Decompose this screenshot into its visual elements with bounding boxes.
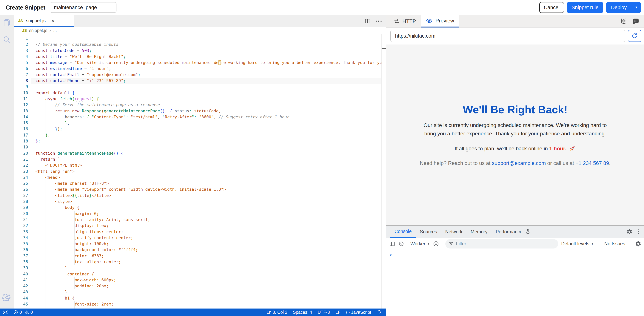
cancel-button[interactable]: Cancel [539,2,564,13]
code-line: 35 height: 100vh; [14,241,386,247]
code-line: 45 font-size: 2rem; [14,301,386,307]
files-icon[interactable] [2,18,11,27]
js-file-icon: JS [22,28,27,33]
maintenance-page: We'll Be Right Back! Our site is current… [399,103,631,167]
indentation[interactable]: Spaces: 4 [293,310,312,315]
split-editor-icon[interactable] [364,18,371,24]
phone-link[interactable]: +1 234 567 89 [576,160,609,166]
preview-contact-line: Need help? Reach out to us at support@ex… [399,159,631,167]
encoding[interactable]: UTF-8 [318,310,330,315]
console-output[interactable]: > [386,250,644,316]
devtools-tab-sources[interactable]: Sources [416,226,441,238]
code-line: 18}; [14,138,386,144]
live-expression-eye-icon[interactable] [433,241,439,247]
console-settings-icon[interactable] [635,241,642,247]
code-editor[interactable]: 12// Define your customizable inputs3con… [14,34,386,308]
devtools-tab-network[interactable]: Network [441,226,466,238]
preview-url-input[interactable] [390,30,625,42]
breadcrumb[interactable]: JS snippet.js › ... [14,27,386,34]
preview-heading: We'll Be Right Back! [399,103,631,117]
console-toolbar: Worker ▼ Filter Default levels ▼ No Issu… [386,238,644,250]
status-bar: 0 0 Ln 8, Col 2 Spaces: 4 UTF-8 LF { }Ja… [0,308,386,316]
search-icon[interactable] [2,35,11,44]
js-file-icon: JS [18,19,23,23]
console-context-select[interactable]: Worker ▼ [410,241,430,246]
language-mode[interactable]: { }JavaScript [346,310,371,315]
settings-gear-icon[interactable] [2,293,11,302]
code-line: 13 return new Response(generateMaintenan… [14,108,386,114]
tab-http[interactable]: HTTP [388,15,421,28]
log-levels-select[interactable]: Default levels ▼ [561,241,594,246]
code-line: 4const title = "We'll Be Right Back!"; [14,54,386,60]
right-header: Cancel Snippet rule Deploy ▼ [386,0,644,15]
cursor-position[interactable]: Ln 8, Col 2 [266,310,287,315]
console-prompt-chevron[interactable]: > [389,252,392,258]
remote-indicator-icon[interactable] [2,309,8,315]
preview-eta-line: If all goes to plan, we'll be back onlin… [399,144,631,153]
deploy-dropdown-caret-icon[interactable]: ▼ [632,2,641,13]
snippet-rule-button[interactable]: Snippet rule [567,2,603,13]
code-line: 6const estimatedTime = "1 hour"; [14,66,386,72]
refresh-button[interactable] [628,30,642,42]
docs-book-icon[interactable] [620,18,628,25]
notifications-bell-icon[interactable] [377,310,382,315]
code-line: 33 align-items: center; [14,229,386,235]
snippet-name-input[interactable] [50,2,116,13]
devtools-tab-performance[interactable]: Performance [492,226,526,238]
code-line: 21 return ` [14,156,386,162]
code-line: 25 <meta charset="UTF-8"> [14,180,386,186]
code-line: 39 } [14,265,386,271]
code-line: 37 color: #333; [14,253,386,259]
tab-close-icon[interactable]: × [51,18,54,24]
errors-warnings[interactable]: 0 0 [14,310,33,315]
console-filter-input[interactable]: Filter [445,239,558,248]
fold-dots: ··· [75,100,84,105]
code-line: 26 <meta name="viewport" content="width=… [14,186,386,192]
right-panel: Cancel Snippet rule Deploy ▼ HTTP Previe… [386,0,644,316]
tab-snippet-js[interactable]: JS snippet.js × [14,15,74,27]
code-line: 12 // Serve the maintenance page as a re… [14,102,386,108]
code-line: 32 display: flex; [14,223,386,229]
code-line: 22 <!DOCTYPE html> [14,162,386,168]
breadcrumb-separator: › [50,28,51,33]
editor-scrollbar[interactable] [382,34,386,308]
code-line: 24 <head> [14,174,386,180]
dropdown-caret-icon: ▼ [427,242,430,245]
code-line: 14 headers: { "Content-Type": "text/html… [14,114,386,120]
performance-insights-flask-icon[interactable] [525,229,531,234]
warning-icon [24,310,29,314]
code-line: 46 color: #0056b3; [14,307,386,308]
code-line: 38 text-align: center; [14,259,386,265]
preview-url-row [386,28,644,44]
devtools-tab-memory[interactable]: Memory [466,226,492,238]
code-line: 15 }, [14,120,386,126]
eye-icon [426,17,433,24]
preview-tab-bar: HTTP Preview [386,15,644,28]
clear-console-icon[interactable] [398,241,404,247]
discord-icon[interactable] [632,18,640,25]
console-sidebar-icon[interactable] [389,241,395,247]
rocket-emoji-icon [569,145,576,152]
devtools-settings-icon[interactable] [626,228,632,235]
support-email-link[interactable]: support@example.com [492,160,546,166]
code-line: 30 margin: 0; [14,211,386,217]
code-line: 31 font-family: Arial, sans-serif; [14,217,386,223]
code-line: 34 justify-content: center; [14,235,386,241]
preview-pane: We'll Be Right Back! Our site is current… [386,45,644,225]
devtools-more-icon[interactable] [638,229,639,234]
devtools-tab-console[interactable]: Console [390,226,416,238]
tab-preview[interactable]: Preview [421,15,459,28]
editor-tab-strip: JS snippet.js × [14,15,386,27]
more-actions-icon[interactable] [376,21,382,22]
activity-bar [0,15,14,308]
devtools-tab-bar: ConsoleSourcesNetworkMemoryPerformance [386,226,644,238]
deploy-button[interactable]: Deploy [606,5,632,11]
issues-counter[interactable]: No Issues [602,241,627,246]
code-line: 5const message = "Our site is currently … [14,60,386,66]
code-line: 41 max-width: 600px; [14,277,386,283]
toolbar-separator [631,240,631,247]
deploy-split-button[interactable]: Deploy ▼ [606,2,641,13]
refresh-icon [631,32,638,40]
swap-arrows-icon [394,18,400,25]
eol[interactable]: LF [336,310,340,315]
